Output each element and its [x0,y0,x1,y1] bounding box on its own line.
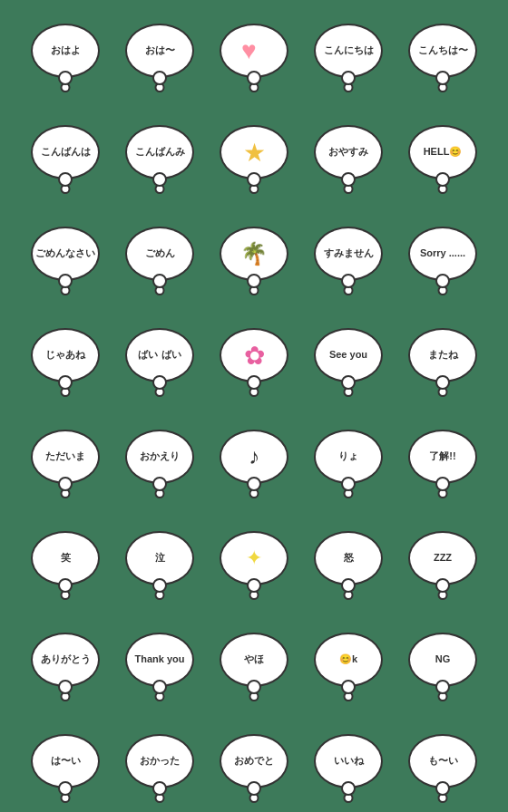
bubble-inner: ✿ [220,328,288,382]
bubble-item-r3c3[interactable]: 🌴 [209,205,299,303]
bubble-item-r4c5[interactable]: またね [397,306,488,404]
bubble-item-r6c5[interactable]: ZZZ [397,509,488,607]
bubble-inner: ごめん [125,227,194,281]
bubble-inner: Sorry ...... [408,227,477,281]
bubble-inner: いいね [314,734,383,788]
bubble-label: またね [428,349,458,361]
bubble-inner: おは〜 [125,24,194,78]
bubble-item-r2c3[interactable]: ★ [209,103,299,201]
bubble-item-r6c4[interactable]: 怒 [303,509,394,607]
bubble-item-r8c1[interactable]: は〜い [20,712,111,810]
bubble-inner: こんちは〜 [408,24,477,78]
bubble-item-r4c3[interactable]: ✿ [209,306,299,404]
bubble-item-r8c2[interactable]: おかった [114,712,205,810]
bubble-item-r3c5[interactable]: Sorry ...... [397,205,488,303]
bubble-label: ごめん [145,247,175,259]
emoji-grid: おはよおは〜♥こんにちはこんちは〜こんばんはこんばんみ★おやすみHELL😊ごめん… [13,0,495,812]
bubble-item-r8c4[interactable]: いいね [303,712,394,810]
bubble-item-r7c2[interactable]: Thank you [114,611,205,709]
bubble-inner: ♥ [220,24,288,78]
bubble-inner: は〜い [31,734,100,788]
bubble-item-r2c1[interactable]: こんばんは [20,103,111,201]
bubble-label: おめでと [234,755,274,767]
bubble-label: 泣 [155,552,165,564]
bubble-item-r1c3[interactable]: ♥ [209,2,299,100]
bubble-inner: こんばんみ [125,125,194,179]
bubble-label: じゃあね [45,349,85,361]
bubble-label: いいね [334,755,364,767]
bubble-inner: 🌴 [220,227,288,281]
bubble-item-r7c5[interactable]: NG [397,611,488,709]
bubble-inner: 了解!! [408,430,477,484]
bubble-inner: 怒 [314,531,383,585]
bubble-inner: すみません [314,227,383,281]
heart-icon: ♥ [241,38,267,63]
bubble-label: NG [435,653,451,665]
bubble-label: すみません [324,247,374,259]
bubble-item-r7c1[interactable]: ありがとう [20,611,111,709]
bubble-item-r8c5[interactable]: も〜い [397,712,488,810]
bubble-label: Thank you [134,653,184,665]
tree-icon: 🌴 [240,241,268,266]
bubble-label: りょ [338,450,358,462]
bubble-inner: NG [408,633,477,687]
bubble-item-r1c1[interactable]: おはよ [20,2,111,100]
bubble-item-r1c5[interactable]: こんちは〜 [397,2,488,100]
bubble-inner: HELL😊 [408,125,477,179]
bubble-item-r3c4[interactable]: すみません [303,205,394,303]
bubble-item-r6c1[interactable]: 笑 [20,509,111,607]
bubble-item-r1c4[interactable]: こんにちは [303,2,394,100]
bubble-item-r5c2[interactable]: おかえり [114,408,205,506]
bubble-label: ありがとう [41,653,91,665]
bubble-item-r7c3[interactable]: やほ [209,611,299,709]
bubble-inner: 笑 [31,531,100,585]
bubble-inner: おはよ [31,24,100,78]
bubble-inner: も〜い [408,734,477,788]
bubble-label: ただいま [45,450,85,462]
bubble-label: やほ [244,653,264,665]
bubble-label: おかえり [140,450,180,462]
bubble-inner: またね [408,328,477,382]
bubble-inner: やほ [220,633,288,687]
flower-icon: ✿ [244,341,265,371]
bubble-inner: ただいま [31,430,100,484]
bubble-item-r2c4[interactable]: おやすみ [303,103,394,201]
bubble-label: ZZZ [434,552,452,564]
bubble-label: おやすみ [328,146,368,158]
bubble-inner: 泣 [125,531,194,585]
bubble-item-r4c4[interactable]: See you [303,306,394,404]
bubble-item-r6c2[interactable]: 泣 [114,509,205,607]
bubble-item-r5c3[interactable]: ♪ [209,408,299,506]
bubble-item-r7c4[interactable]: 😊k [303,611,394,709]
bubble-item-r6c3[interactable]: ✦ [209,509,299,607]
bubble-label: HELL😊 [424,146,463,158]
bubble-item-r4c1[interactable]: じゃあね [20,306,111,404]
bubble-inner: See you [314,328,383,382]
bubble-inner: ZZZ [408,531,477,585]
bubble-item-r4c2[interactable]: ばい ばい [114,306,205,404]
bubble-label: おかった [140,755,180,767]
bubble-inner: ✦ [220,531,288,585]
bubble-inner: おかった [125,734,194,788]
bubble-item-r5c1[interactable]: ただいま [20,408,111,506]
bubble-item-r3c2[interactable]: ごめん [114,205,205,303]
bubble-inner: おやすみ [314,125,383,179]
bubble-inner: こんにちは [314,24,383,78]
bubble-inner: こんばんは [31,125,100,179]
bubble-item-r3c1[interactable]: ごめんなさい [20,205,111,303]
bubble-label: は〜い [51,755,81,767]
bubble-label: Sorry ...... [420,247,465,259]
bubble-item-r2c5[interactable]: HELL😊 [397,103,488,201]
bubble-label: 😊k [339,653,357,665]
bubble-label: おは〜 [145,44,175,56]
bubble-label: 怒 [344,552,354,564]
bubble-item-r8c3[interactable]: おめでと [209,712,299,810]
bubble-label: ごめんなさい [35,247,95,259]
bubble-item-r5c5[interactable]: 了解!! [397,408,488,506]
bubble-item-r1c2[interactable]: おは〜 [114,2,205,100]
bubble-inner: ありがとう [31,633,100,687]
bubble-label: 笑 [61,552,71,564]
music-note-icon: ♪ [249,445,259,469]
bubble-item-r2c2[interactable]: こんばんみ [114,103,205,201]
bubble-item-r5c4[interactable]: りょ [303,408,394,506]
